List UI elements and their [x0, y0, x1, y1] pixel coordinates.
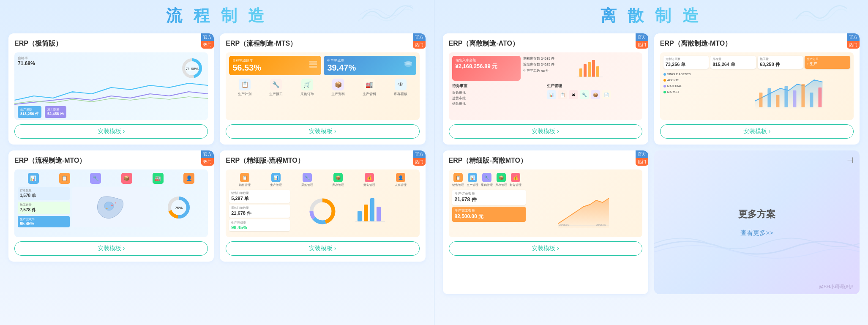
- svg-point-9: [115, 202, 116, 204]
- layers-icon-orange: [308, 61, 318, 68]
- icon-box-1: 📊: [28, 173, 39, 184]
- section-lisuan: 离 散 制 造 官方 热门 ERP（离散制造-ATO） 销售入库金额: [434, 0, 868, 325]
- fine-dis-icon-label1: 销售管理: [452, 183, 464, 186]
- preview-fine-dis: 📋 销售管理 📊 生产管理 🔧 采购管理 📦: [449, 169, 642, 237]
- ato-stat2: 近结库存数 24025 件: [523, 62, 575, 68]
- ato-manage-icons: 📊 📋 ✖ 🔧 📦 📄: [547, 90, 639, 99]
- ato-stat3: 生产完工数 48 件: [523, 68, 575, 74]
- fine-icon-label5: 财务管理: [363, 183, 375, 186]
- fine-dis-icon-label5: 财务管理: [510, 183, 521, 186]
- mto-r-stat1-value: 73,256 单: [666, 61, 707, 68]
- mto-l-stat1: 订单数量 1,578 单: [18, 187, 70, 200]
- china-map-svg: [94, 194, 128, 221]
- line-chart-jijian: [14, 79, 208, 107]
- install-btn-mts[interactable]: 安装模板 ›: [226, 124, 419, 139]
- list-item2: AGENTS: [663, 77, 725, 83]
- fine-icon-box6: 👤: [396, 173, 405, 182]
- deco-waves-right: [792, 2, 847, 25]
- section-header-lisuan: 离 散 制 造: [443, 0, 860, 33]
- svg-rect-36: [810, 93, 813, 107]
- install-btn-fine-mto[interactable]: 安装模板 ›: [226, 241, 419, 256]
- percent-jijian: 合格率71.68%: [18, 56, 35, 66]
- install-btn-ato[interactable]: 安装模板 ›: [449, 124, 642, 139]
- install-btn-mto-r[interactable]: 安装模板 ›: [660, 124, 854, 139]
- mto-l-icon5: 🏭: [153, 173, 164, 184]
- mto-r-stat3-value: 63,258 件: [760, 61, 801, 68]
- install-btn-flow-mto[interactable]: 安装模板 ›: [14, 241, 208, 256]
- mts-icon-report: 🔧 生产报工: [269, 79, 283, 96]
- more-title: 更多方案: [738, 208, 775, 221]
- svg-rect-23: [579, 68, 582, 77]
- fine-stat-row1: 销售订单数量 5,297 单: [229, 190, 289, 203]
- ato-manage-icon4: 🔧: [580, 90, 589, 99]
- mto-r-stat2: 库存量 815,264 单: [710, 56, 756, 69]
- fine-dis-icon3: 🔧 采购管理: [481, 173, 493, 187]
- fine-stats: 销售订单数量 5,297 单 采购订单数量 21,678 件 生产完成率 98.…: [229, 190, 289, 233]
- fine-dis-body: 生产订单数量 21,678 件 生产完工数量 82,500.00 元: [452, 190, 639, 229]
- watermark: @SH小珂珂伊伊: [819, 284, 853, 290]
- material-label: 生产资料: [331, 92, 345, 96]
- ato-bar-chart: [577, 56, 639, 81]
- svg-rect-37: [819, 87, 822, 107]
- manage-label: 生产管料: [363, 92, 376, 96]
- preview-fine-mto: 📋 销售管理 📊 生产管理 🔧 采购管理 📦: [226, 169, 419, 237]
- mto-r-chart-area: SINGLE AGENTS AGENTS MATERIAL: [663, 71, 850, 109]
- report-label: 生产报工: [269, 92, 283, 96]
- fine-dis-icon-label3: 采购管理: [481, 183, 493, 186]
- mts-icons: 📋 生产计划 🔧 生产报工 🛒 采购订单 📦: [229, 79, 416, 96]
- fine-dis-icon-box3: 🔧: [482, 173, 491, 182]
- card-erp-mts: 官方 热门 ERP（流程制造-MTS） 目标完成进度 56.53%: [220, 33, 425, 145]
- svg-rect-20: [370, 198, 374, 221]
- card-erp-ato: 官方 热门 ERP（离散制造-ATO） 销售入库金额 ¥2,168,256.89…: [443, 33, 648, 145]
- card-title-mto-r: ERP（离散制造-MTO）: [660, 39, 854, 48]
- badge-hot-mts: 热门: [413, 41, 426, 49]
- ato-top: 销售入库金额 ¥2,168,256.89 元 期初库存数 24035 件 近结库…: [452, 56, 639, 81]
- svg-rect-25: [588, 62, 591, 77]
- list-label3: MATERIAL: [667, 85, 682, 87]
- ato-todo: 待办事宜 采购审批 进货审批 借款审批: [452, 83, 544, 107]
- mto-l-icon1: 📊: [28, 173, 39, 184]
- mto-l-stat3: 生产完成率 95.45%: [18, 216, 70, 227]
- card-title-fine-dis: ERP（精细版-离散MTO）: [449, 156, 642, 165]
- plan-label: 生产计划: [238, 92, 251, 96]
- svg-rect-21: [377, 207, 381, 221]
- icon-box-5: 🏭: [153, 173, 164, 184]
- mto-l-stats: 订单数量 1,578 单 施工数量 7,578 件 生产完成率 95.45%: [18, 187, 70, 227]
- ato-todo-item2: 进货审批: [452, 96, 544, 101]
- more-deco-waves: [654, 227, 860, 269]
- exit-icon[interactable]: ⊣: [847, 156, 854, 165]
- card-more-solutions: ⊣ 更多方案 查看更多>> @SH小珂珂伊伊: [654, 150, 860, 294]
- fine-icon2: 📊 生产管理: [270, 173, 282, 187]
- stat-production: 生产量数 813,256 件: [18, 106, 41, 118]
- mto-l-body: 订单数量 1,578 单 施工数量 7,578 件 生产完成率 95.45%: [18, 187, 205, 227]
- card-erp-flow-mto: 官方 热门 ERP（流程制造-MTO） 📊 📋 🔧: [8, 150, 214, 262]
- svg-rect-4: [309, 63, 317, 65]
- mto-l-stat2: 施工数量 7,578 件: [18, 202, 70, 214]
- fine-icon-box4: 📦: [333, 173, 343, 182]
- install-btn-fine-dis[interactable]: 安装模板 ›: [449, 241, 642, 256]
- mts-icon-plan: 📋 生产计划: [238, 79, 251, 96]
- fine-stat2-label: 采购订单数量: [231, 206, 287, 210]
- fine-dis-icon5: 💰 财务管理: [510, 173, 521, 187]
- purchase-label: 采购订单: [300, 92, 314, 96]
- fine-stat1-value: 5,297 单: [231, 195, 287, 202]
- card-title-jijian: ERP（极简版）: [14, 39, 208, 48]
- mto-l-donut: 75%: [153, 187, 205, 227]
- badge-container-mto-r: 官方 热门: [847, 33, 860, 49]
- svg-text:25/06/30: 25/06/30: [596, 224, 606, 226]
- fine-body: 销售订单数量 5,297 单 采购订单数量 21,678 件 生产完成率 98.…: [229, 190, 416, 233]
- fine-icon-label3: 采购管理: [301, 183, 313, 186]
- svg-rect-34: [793, 90, 797, 107]
- svg-rect-3: [309, 61, 317, 63]
- fine-dis-stat1: 生产订单数量 21,678 件: [452, 190, 526, 205]
- card-fine-dis: 官方 热门 ERP（精细版-离散MTO） 📋 销售管理 📊 生产管理: [443, 150, 648, 294]
- install-btn-jijian[interactable]: 安装模板 ›: [14, 124, 208, 139]
- ato-todo-title: 待办事宜: [452, 83, 544, 89]
- area-chart-mto-r: [727, 71, 850, 109]
- ato-inventory-stats: 期初库存数 24035 件 近结库存数 24025 件 生产完工数 48 件: [523, 56, 575, 81]
- dot3: [663, 85, 666, 87]
- stats-jijian: 生产量数 813,256 件 施工数量 52,458 米: [18, 106, 66, 118]
- fine-icon-box5: 💰: [365, 173, 374, 182]
- fine-stat3-value: 98.45%: [231, 225, 287, 230]
- badge-container-fine-dis: 官方 热门: [636, 150, 648, 166]
